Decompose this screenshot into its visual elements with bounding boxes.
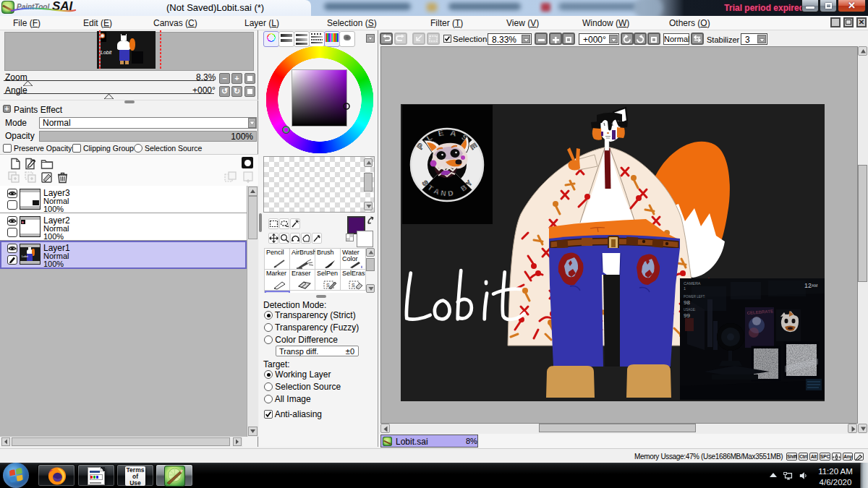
svg-text:CAMERA: CAMERA bbox=[684, 281, 701, 286]
svg-text:S: S bbox=[326, 283, 330, 288]
svg-text:N: N bbox=[441, 189, 447, 197]
svg-text:99: 99 bbox=[684, 312, 690, 319]
svg-text:POWER LEFT:: POWER LEFT: bbox=[684, 295, 705, 299]
svg-text:S: S bbox=[352, 283, 355, 288]
svg-text:1: 1 bbox=[684, 286, 686, 291]
svg-text:98: 98 bbox=[684, 299, 690, 306]
svg-text:D: D bbox=[448, 189, 454, 197]
svg-text:USAGE:: USAGE: bbox=[684, 308, 696, 312]
